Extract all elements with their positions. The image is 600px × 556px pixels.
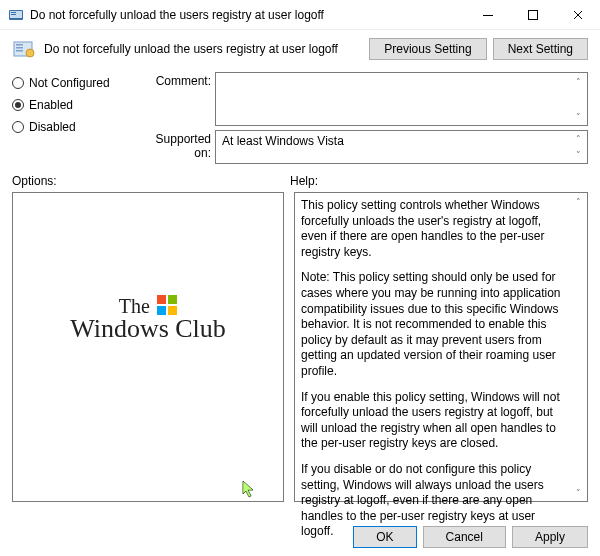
close-button[interactable] [555, 0, 600, 30]
help-label: Help: [290, 174, 588, 188]
radio-label: Not Configured [29, 76, 110, 90]
dialog-footer: OK Cancel Apply [353, 526, 588, 548]
help-paragraph: Note: This policy setting should only be… [301, 270, 569, 379]
supported-on-value: At least Windows Vista [222, 134, 344, 148]
svg-point-10 [26, 49, 34, 57]
svg-rect-8 [16, 47, 23, 49]
scroll-up-icon[interactable]: ˄ [570, 73, 587, 90]
radio-icon [12, 99, 24, 111]
help-text: This policy setting controls whether Win… [295, 193, 587, 555]
radio-icon [12, 77, 24, 89]
radio-icon [12, 121, 24, 133]
gpedit-icon [8, 7, 24, 23]
scrollbar[interactable]: ˄˅ [570, 131, 587, 163]
svg-rect-5 [528, 10, 537, 19]
comment-textarea[interactable]: ˄˅ [215, 72, 588, 126]
config-area: Not Configured Enabled Disabled Comment:… [0, 68, 600, 164]
cursor-icon [242, 480, 256, 501]
svg-rect-4 [483, 15, 493, 16]
scrollbar[interactable]: ˄˅ [570, 193, 587, 501]
options-pane: The Windows Club [12, 192, 284, 502]
scroll-down-icon[interactable]: ˅ [570, 484, 587, 501]
titlebar: Do not forcefully unload the users regis… [0, 0, 600, 30]
maximize-button[interactable] [510, 0, 555, 30]
split-panes: The Windows Club This policy setting con… [0, 192, 600, 502]
apply-button[interactable]: Apply [512, 526, 588, 548]
radio-not-configured[interactable]: Not Configured [12, 76, 132, 90]
minimize-button[interactable] [465, 0, 510, 30]
policy-name: Do not forcefully unload the users regis… [44, 42, 369, 56]
svg-rect-7 [16, 44, 23, 46]
scroll-down-icon[interactable]: ˅ [570, 108, 587, 125]
state-radio-group: Not Configured Enabled Disabled [12, 72, 132, 164]
svg-rect-9 [16, 50, 23, 52]
header-row: Do not forcefully unload the users regis… [0, 30, 600, 68]
watermark-logo: The Windows Club [13, 293, 283, 342]
radio-label: Disabled [29, 120, 76, 134]
pane-labels: Options: Help: [0, 164, 600, 192]
scroll-up-icon[interactable]: ˄ [570, 131, 587, 147]
scroll-down-icon[interactable]: ˅ [570, 147, 587, 163]
radio-enabled[interactable]: Enabled [12, 98, 132, 112]
policy-icon [12, 39, 36, 59]
supported-on-field: At least Windows Vista ˄˅ [215, 130, 588, 164]
window-controls [465, 0, 600, 30]
supported-on-label: Supported on: [136, 126, 211, 164]
help-paragraph: If you enable this policy setting, Windo… [301, 390, 569, 452]
nav-buttons: Previous Setting Next Setting [369, 38, 588, 60]
scrollbar[interactable]: ˄˅ [570, 73, 587, 125]
ok-button[interactable]: OK [353, 526, 416, 548]
previous-setting-button[interactable]: Previous Setting [369, 38, 486, 60]
radio-label: Enabled [29, 98, 73, 112]
windows-flag-icon [157, 295, 177, 315]
next-setting-button[interactable]: Next Setting [493, 38, 588, 60]
comment-label: Comment: [136, 72, 211, 126]
radio-disabled[interactable]: Disabled [12, 120, 132, 134]
svg-rect-2 [11, 12, 16, 13]
help-paragraph: This policy setting controls whether Win… [301, 198, 569, 260]
options-label: Options: [12, 174, 290, 188]
logo-line2: Windows Club [13, 316, 283, 342]
window-title: Do not forcefully unload the users regis… [30, 8, 465, 22]
svg-rect-3 [11, 14, 16, 15]
help-pane: This policy setting controls whether Win… [294, 192, 588, 502]
cancel-button[interactable]: Cancel [423, 526, 506, 548]
scroll-up-icon[interactable]: ˄ [570, 193, 587, 210]
